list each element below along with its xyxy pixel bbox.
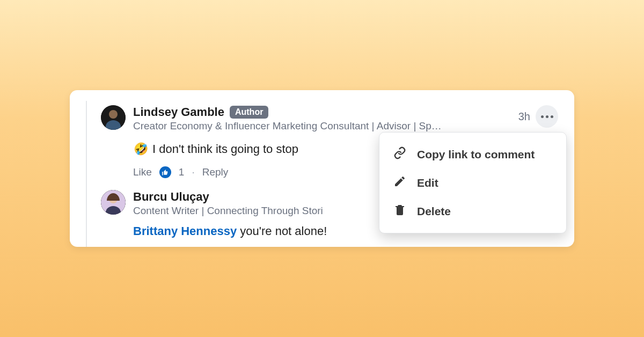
copy-link-menu-item[interactable]: Copy link to comment [379,140,566,169]
commenter-name[interactable]: Lindsey Gamble [133,105,224,119]
svg-point-1 [109,110,118,119]
commenter-name[interactable]: Burcu Uluçay [133,190,209,204]
menu-item-label: Copy link to comment [417,148,535,161]
like-button[interactable]: Like [133,166,152,178]
like-reaction-icon [159,166,171,178]
comment-text: you're not alone! [237,224,327,238]
comment-card: 3h Lindsey Gamble Author Creator Economy… [70,90,574,247]
delete-menu-item[interactable]: Delete [379,197,566,225]
comment-context-menu: Copy link to comment Edit Delete [379,132,567,233]
edit-menu-item[interactable]: Edit [379,169,566,197]
menu-item-label: Delete [417,205,451,218]
mention-link[interactable]: Brittany Hennessy [133,224,237,238]
link-icon [393,146,406,162]
author-badge: Author [230,106,268,119]
pencil-icon [393,175,406,191]
rofl-emoji-icon: 🤣 [133,142,148,157]
comment-text: I don't think its going to stop [152,142,298,156]
overflow-menu-button[interactable] [536,105,558,128]
avatar[interactable] [101,105,126,130]
reply-button[interactable]: Reply [202,166,229,178]
commenter-headline: Content Writer | Connecting Through Stor… [133,205,358,217]
commenter-headline: Creator Economy & Influencer Marketing C… [133,120,509,132]
separator-dot: · [192,166,194,178]
like-count: 1 [179,166,185,178]
menu-item-label: Edit [417,177,438,189]
trash-icon [393,203,406,219]
timestamp: 3h [518,111,530,123]
avatar[interactable] [101,190,126,215]
